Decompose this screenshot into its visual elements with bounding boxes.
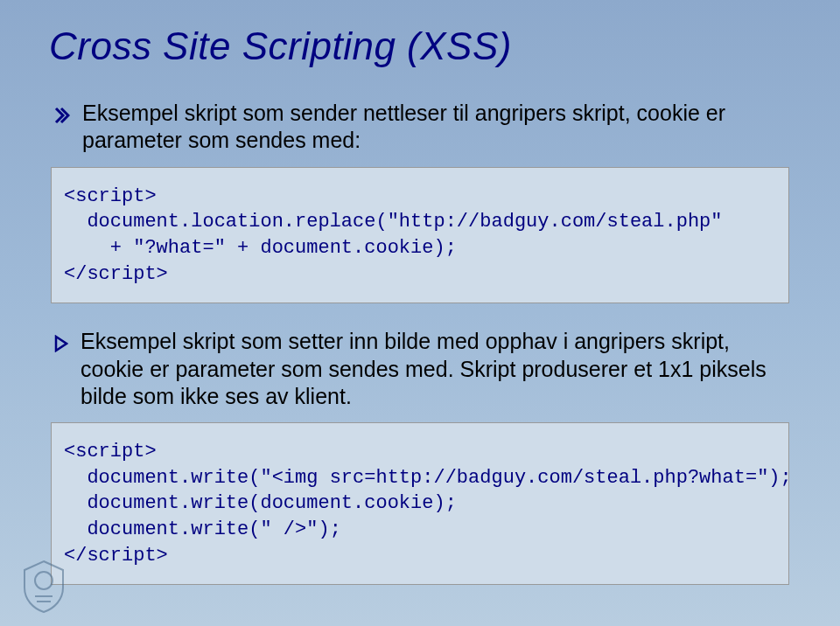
- bullet-text-2: Eksempel skript som setter inn bilde med…: [80, 328, 791, 410]
- bullet-item-1: Eksempel skript som sender nettleser til…: [49, 100, 791, 155]
- slide-title: Cross Site Scripting (XSS): [49, 24, 791, 68]
- code-block-1: <script> document.location.replace("http…: [51, 167, 789, 304]
- chevron-right-icon: [54, 107, 70, 124]
- svg-marker-0: [56, 337, 66, 351]
- bullet-text-1: Eksempel skript som sender nettleser til…: [82, 100, 791, 155]
- svg-point-1: [35, 572, 52, 589]
- code-block-2: <script> document.write("<img src=http:/…: [51, 422, 789, 585]
- bullet-item-2: Eksempel skript som setter inn bilde med…: [49, 328, 791, 410]
- triangle-right-icon: [54, 335, 68, 352]
- slide: Cross Site Scripting (XSS) Eksempel skri…: [0, 0, 840, 626]
- institution-logo: [19, 558, 68, 614]
